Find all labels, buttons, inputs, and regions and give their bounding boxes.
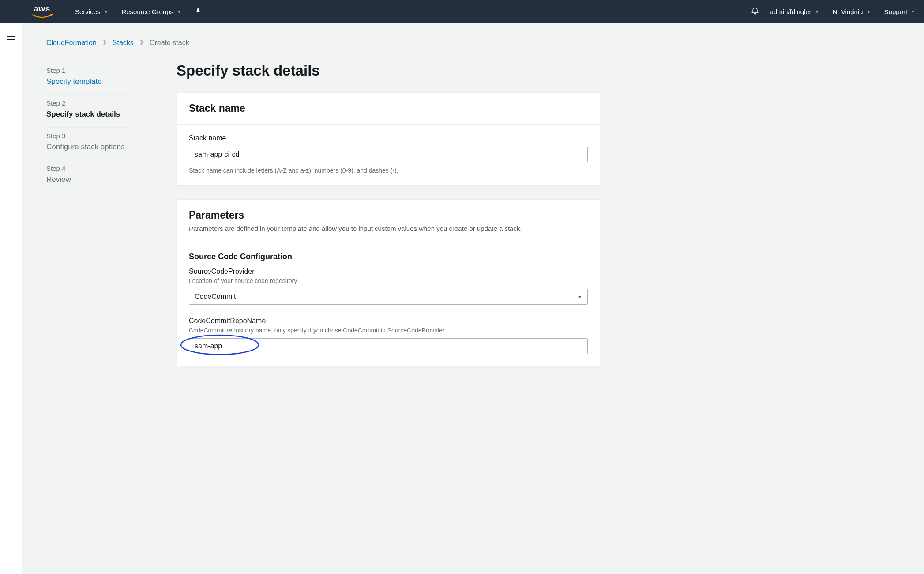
step-label: Step 4 bbox=[46, 165, 132, 172]
step-2: Step 2 Specify stack details bbox=[46, 95, 132, 128]
stack-name-input[interactable] bbox=[189, 147, 588, 162]
panel-desc: Parameters are defined in your template … bbox=[189, 225, 588, 232]
caret-down-icon: ▼ bbox=[104, 9, 109, 14]
breadcrumb-current: Create stack bbox=[150, 39, 189, 47]
aws-swoosh-icon bbox=[31, 14, 53, 19]
main-column: Specify stack details Stack name Stack n… bbox=[177, 62, 600, 379]
main-content: CloudFormation Stacks Create stack Step … bbox=[22, 23, 924, 379]
caret-down-icon: ▼ bbox=[815, 9, 819, 14]
nav-resource-groups-label: Resource Groups bbox=[121, 8, 173, 15]
panel-body: Stack name Stack name can include letter… bbox=[177, 125, 600, 185]
page-title: Specify stack details bbox=[177, 62, 600, 79]
param-codecommit-repo-name: CodeCommitRepoName CodeCommit repository… bbox=[189, 317, 588, 354]
param-desc: CodeCommit repository name, only specify… bbox=[189, 327, 588, 334]
panel-header: Parameters Parameters are defined in you… bbox=[177, 200, 600, 242]
codecommit-repo-name-input[interactable] bbox=[189, 338, 588, 354]
nav-services[interactable]: Services ▼ bbox=[75, 8, 108, 15]
breadcrumb: CloudFormation Stacks Create stack bbox=[46, 39, 902, 47]
caret-down-icon: ▼ bbox=[578, 295, 582, 299]
param-source-code-provider: SourceCodeProvider Location of your sour… bbox=[189, 268, 588, 305]
step-1[interactable]: Step 1 Specify template bbox=[46, 62, 132, 95]
step-3: Step 3 Configure stack options bbox=[46, 128, 132, 160]
stack-name-hint: Stack name can include letters (A-Z and … bbox=[189, 167, 588, 174]
aws-logo-text: aws bbox=[34, 4, 50, 13]
wizard-steps: Step 1 Specify template Step 2 Specify s… bbox=[46, 62, 132, 379]
caret-down-icon: ▼ bbox=[867, 9, 871, 14]
step-name: Review bbox=[46, 175, 132, 185]
step-name: Configure stack options bbox=[46, 142, 132, 152]
step-4: Step 4 Review bbox=[46, 160, 132, 193]
select-value: CodeCommit bbox=[195, 293, 236, 301]
panel-header: Stack name bbox=[177, 93, 600, 125]
param-name: SourceCodeProvider bbox=[189, 268, 588, 276]
step-name: Specify stack details bbox=[46, 110, 132, 119]
stack-name-panel: Stack name Stack name Stack name can inc… bbox=[177, 92, 600, 186]
bell-icon[interactable] bbox=[751, 7, 759, 16]
caret-down-icon: ▼ bbox=[911, 9, 915, 14]
breadcrumb-stacks[interactable]: Stacks bbox=[113, 39, 134, 47]
step-label: Step 2 bbox=[46, 99, 132, 107]
nav-region-label: N. Virginia bbox=[833, 8, 863, 15]
chevron-right-icon bbox=[103, 39, 106, 47]
nav-user-label: admin/fdingler bbox=[770, 8, 811, 15]
caret-down-icon: ▼ bbox=[177, 9, 181, 14]
pin-icon[interactable] bbox=[195, 8, 202, 16]
nav-user[interactable]: admin/fdingler ▼ bbox=[770, 8, 819, 15]
step-label: Step 1 bbox=[46, 67, 132, 74]
stack-name-label: Stack name bbox=[189, 134, 588, 142]
parameters-panel: Parameters Parameters are defined in you… bbox=[177, 199, 600, 366]
panel-title: Parameters bbox=[189, 209, 588, 221]
nav-support-label: Support bbox=[884, 8, 908, 15]
panel-title: Stack name bbox=[189, 102, 588, 114]
nav-support[interactable]: Support ▼ bbox=[884, 8, 915, 15]
nav-region[interactable]: N. Virginia ▼ bbox=[833, 8, 871, 15]
step-name: Specify template bbox=[46, 77, 132, 87]
param-desc: Location of your source code repository bbox=[189, 277, 588, 284]
section-title: Source Code Configuration bbox=[189, 252, 588, 261]
hamburger-icon[interactable] bbox=[7, 36, 15, 45]
source-code-provider-select[interactable]: CodeCommit ▼ bbox=[189, 289, 588, 305]
aws-logo[interactable]: aws bbox=[31, 4, 53, 19]
chevron-right-icon bbox=[140, 39, 143, 47]
panel-body: Source Code Configuration SourceCodeProv… bbox=[177, 242, 600, 366]
step-label: Step 3 bbox=[46, 132, 132, 140]
nav-resource-groups[interactable]: Resource Groups ▼ bbox=[121, 8, 181, 15]
top-nav: aws Services ▼ Resource Groups ▼ admin/f… bbox=[0, 0, 924, 23]
breadcrumb-cloudformation[interactable]: CloudFormation bbox=[46, 39, 97, 47]
param-name: CodeCommitRepoName bbox=[189, 317, 588, 325]
side-strip bbox=[0, 23, 22, 379]
nav-services-label: Services bbox=[75, 8, 101, 15]
